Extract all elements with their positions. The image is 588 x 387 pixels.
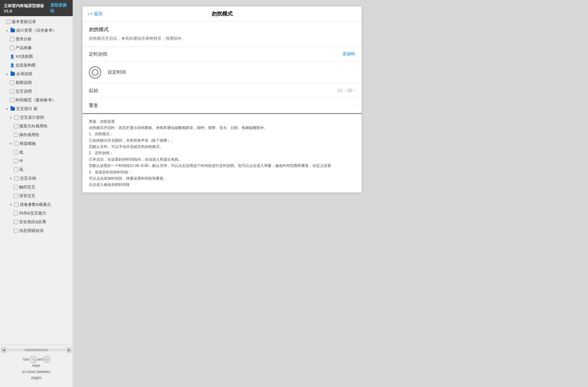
keyboard-hint: Use ◁ and ▷ keys to move between pages (0, 352, 73, 385)
dnd-section-desc: 勿扰模式开启后，来电和通知等都将静音，报警除外。 (89, 35, 355, 42)
sidebar-item-design-bg[interactable]: ▾ 设计背景（仅供参考） (0, 26, 73, 35)
doc-icon (14, 168, 18, 172)
sidebar-item-xxflow[interactable]: 👤 XX流程图 (0, 52, 73, 61)
sidebar-item-jiaohu-shili[interactable]: ▾ 交互示例 (0, 174, 73, 183)
dnd-section: 勿扰模式 勿扰模式开启后，来电和通知等都将静音，报警除外。 (83, 21, 362, 47)
desc-line6: 2、定时勿扰： (89, 150, 355, 156)
sidebar-item-label: 版本更新记录 (12, 19, 70, 25)
sidebar-item-anquan[interactable]: 安全热区&距离 (0, 218, 73, 226)
arrow-down-icon: ▾ (10, 203, 13, 206)
desc-line2: 勿扰模式开启时：状态栏显示勿扰图标。来电和通知提醒都静音，闹钟、报警、音乐、日程… (89, 125, 355, 131)
hint-pages: pages (31, 375, 42, 380)
doc-icon (10, 46, 14, 50)
arrow-down-icon: ▾ (10, 116, 13, 119)
sidebar-item-label: XX流程图 (16, 54, 70, 59)
start-row[interactable]: 起始 21：00 › (83, 83, 362, 98)
scroll-right-button[interactable]: ▶ (66, 348, 71, 352)
sidebar-hscroll[interactable]: ◀ ▶ (0, 348, 73, 352)
desc-line8: ②默认设置好一个时间段21:00~6:00，默认关闭，可以点击启用这个时间段进行… (89, 163, 355, 169)
doc-icon (14, 202, 19, 207)
arrow-down-icon: ▾ (10, 142, 13, 145)
sidebar-item-chanpin[interactable]: 产品画像 (0, 44, 73, 52)
sidebar-item-label: 信息架构图 (16, 62, 70, 68)
sidebar-item-label: 操作易用性 (19, 132, 70, 138)
sidebar-item-shijian[interactable]: 时间规范（案例参考） (0, 96, 73, 104)
sidebar-item-label: 权限说明 (16, 80, 70, 85)
sidebar-item-label: 框架模板 (20, 141, 70, 146)
sidebar-item-kuangjia[interactable]: ▾ 框架模板 (0, 139, 73, 148)
sidebar-item-di[interactable]: 低 (0, 148, 73, 157)
sidebar-item-xuqiu[interactable]: 需求分析 (0, 35, 73, 44)
doc-icon (10, 37, 14, 41)
user-icon: 👤 (10, 63, 14, 67)
app-title: 立林室内终端原型模板V1.0 (4, 3, 48, 13)
sidebar: 立林室内终端原型模板V1.0 原型资源站 版本更新记录 ▾ 设计背景（仅供参考）… (0, 0, 73, 387)
doc-icon (14, 228, 18, 233)
doc-icon (14, 176, 19, 181)
sidebar-item-label: 需求分析 (16, 36, 70, 42)
add-time-link[interactable]: 添加时 (342, 51, 355, 57)
sidebar-item-label: 低 (19, 150, 70, 155)
sidebar-item-neicun[interactable]: 内存&交互能力 (0, 209, 73, 218)
sidebar-item-jiaohu-sheji[interactable]: ▾ 交互设计原则 (0, 113, 73, 122)
sidebar-item-label: 交互指引 新 (16, 106, 70, 112)
sidebar-item-label: 视觉方向易用性 (19, 123, 70, 129)
sidebar-item-jiaohu-zhiyin[interactable]: ▾ 交互指引 新 (0, 104, 73, 113)
sidebar-item-caozuo[interactable]: 操作易用性 (0, 131, 73, 139)
folder-icon (11, 72, 15, 76)
doc-icon (14, 211, 18, 215)
sidebar-item-label: 安全热区&距离 (19, 219, 70, 225)
start-label: 起始 (89, 88, 98, 94)
doc-icon (10, 89, 14, 94)
desc-line10: 可以点击添加时间段，弹窗设置时间段和重复。 (89, 175, 355, 182)
doc-icon (10, 81, 14, 85)
scheduled-dnd-row[interactable]: 定时勿扰 添加时 (83, 47, 362, 62)
back-label: < 返回 (90, 11, 103, 17)
desc-line4: ①勿扰模式开启期间，关闭所有声音（除了报警）。 (89, 137, 355, 144)
doc-icon (10, 98, 14, 102)
main-content: ‹ < 返回 勿扰模式 勿扰模式 勿扰模式开启后，来电和通知等都将静音，报警除外… (73, 0, 588, 387)
desc-line3: 1、勿扰模式： (89, 131, 355, 137)
hint-and: and (37, 357, 43, 362)
sidebar-item-label: 时间规范（案例参考） (16, 97, 70, 103)
arrow-down-icon: ▾ (10, 177, 13, 180)
toggle-inner (92, 69, 98, 76)
desc-line5: ②默认关闭，可以手动开启或关闭勿扰模式。 (89, 144, 355, 150)
desc-line7: ①开启后，在设置好的时间段内，自动进入和退出免扰。 (89, 156, 355, 163)
repeat-label: 重复 (89, 103, 98, 108)
toggle-circle[interactable] (89, 66, 101, 79)
arrow-down-icon: ▾ (6, 107, 9, 111)
desc-line9: 3、添加定时勿扰时间段： (89, 169, 355, 175)
sidebar-item-jiaohu-shuo[interactable]: 交互说明 (0, 87, 73, 96)
sidebar-item-xinxi-jiagou[interactable]: 👤 信息架构图 (0, 61, 73, 70)
sidebar-item-label: 全局说明 (16, 71, 70, 77)
desc-line1: 界面：勿扰设置 (89, 118, 355, 125)
sidebar-item-version[interactable]: 版本更新记录 (0, 17, 73, 26)
sidebar-item-zhong[interactable]: 中 (0, 157, 73, 165)
repeat-row[interactable]: 重复 › (83, 98, 362, 113)
sidebar-item-label: 产品画像 (16, 45, 70, 51)
sidebar-item-label: 触控交互 (19, 184, 70, 190)
right-key-box: ▷ (44, 356, 50, 363)
set-time-row[interactable]: 设定时间 (83, 62, 362, 83)
doc-icon (14, 194, 18, 198)
sidebar-item-shebei[interactable]: ▾ 设备参数&规避点 (0, 200, 73, 209)
doc-icon (14, 220, 18, 224)
sidebar-item-gao[interactable]: 高 (0, 165, 73, 174)
sidebar-item-quanju[interactable]: ▾ 全局说明 (0, 70, 73, 78)
sidebar-item-quanxian[interactable]: 权限说明 (0, 78, 73, 87)
desc-line11: 点击进入修改勿扰时间段 (89, 182, 355, 188)
left-key-box: ◁ (30, 356, 36, 363)
sidebar-item-shijue[interactable]: 视觉方向易用性 (0, 122, 73, 131)
start-value: 21：00 › (337, 88, 355, 94)
arrow-down-icon: ▾ (6, 29, 9, 32)
back-button[interactable]: ‹ < 返回 (88, 11, 103, 17)
doc-icon (6, 20, 11, 24)
scroll-left-button[interactable]: ◀ (1, 348, 6, 352)
sidebar-item-xinxi-cengji[interactable]: 信息层级短浅 (0, 226, 73, 235)
sidebar-item-label: 设计背景（仅供参考） (16, 28, 70, 33)
sidebar-item-yuyin[interactable]: 语音交互 (0, 191, 73, 200)
sidebar-item-chukong[interactable]: 触控交互 (0, 183, 73, 191)
sidebar-bottom: ◀ ▶ Use ◁ and ▷ keys to move between pag… (0, 345, 73, 387)
sidebar-item-label: 高 (19, 167, 70, 173)
